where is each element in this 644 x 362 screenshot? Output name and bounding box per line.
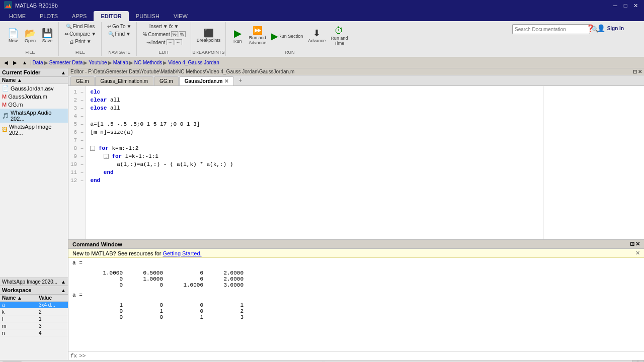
run-button[interactable]: ▶ Run — [229, 27, 246, 45]
workspace-table: Name ▲ Value a3x4 d...k2l1m3n4 — [0, 295, 68, 337]
command-window-body[interactable]: a =1.00000.500002.000001.000002.0000001.… — [68, 258, 644, 351]
cmd-close-icon[interactable]: ✕ — [635, 241, 640, 247]
whatsapp-panel-collapse[interactable]: ▲ — [61, 279, 66, 285]
indent-right-btn[interactable]: → — [167, 39, 174, 45]
new-button[interactable]: 📄 New — [5, 28, 21, 44]
up-icon[interactable]: ▲ — [20, 59, 29, 66]
ribbon-tab-plots[interactable]: PLOTS — [33, 11, 65, 21]
workspace-row[interactable]: n4 — [0, 330, 68, 337]
workspace-row[interactable]: a3x4 d... — [0, 302, 68, 309]
uncomment-pct-btn[interactable]: % — [179, 31, 186, 37]
code-line[interactable]: close all — [90, 104, 539, 112]
find-button[interactable]: 🔍 Find ▼ — [106, 31, 133, 37]
workspace-collapse-icon[interactable]: ▲ — [61, 288, 66, 293]
tab-gaussjordan-close[interactable]: ✕ — [224, 78, 228, 84]
open-button[interactable]: 📂 Open — [22, 28, 38, 44]
ws-value-col[interactable]: Value — [37, 295, 68, 302]
minimize-button[interactable]: ─ — [611, 2, 620, 10]
horizontal-scrollbar[interactable]: ◀ ▶ ⠿ — [0, 360, 644, 362]
help-icon[interactable]: ❓ — [586, 24, 595, 32]
code-line[interactable]: a=[1 .5 -.5 .5;0 1 5 17 ;0 0 1 3] — [90, 120, 539, 128]
file-audio-name: WhatsApp Audio 202... — [11, 110, 66, 122]
matrix-cell: 0 — [123, 302, 163, 308]
current-folder-collapse-icon[interactable]: ▲ — [61, 70, 66, 75]
scroll-left-icon[interactable]: ◀ — [632, 360, 638, 362]
code-line[interactable]: clc — [90, 88, 539, 96]
breadcrumb-semester-item[interactable]: Semester Data — [49, 60, 83, 65]
run-time-button[interactable]: ⏱ Run andTime — [329, 25, 350, 47]
workspace-row[interactable]: k2 — [0, 309, 68, 316]
window-title: MATLAB R2018b — [15, 3, 58, 9]
editor-undock-icon[interactable]: ⊡ — [633, 69, 637, 74]
tab-gg[interactable]: GG.m — [154, 76, 179, 85]
back-icon[interactable]: ◀ — [2, 59, 10, 66]
insert-button[interactable]: Insert ▼ fx ▼ — [147, 23, 181, 30]
close-button[interactable]: ✕ — [631, 2, 640, 10]
tab-gauss-elimination[interactable]: Gauss_Elimination.m — [95, 76, 153, 85]
command-input[interactable] — [88, 353, 642, 359]
tab-gaussjordan[interactable]: GaussJordan.m ✕ — [179, 76, 234, 85]
breadcrumb-video-item[interactable]: Video 4_Gauss Jordan — [168, 60, 219, 65]
code-line[interactable]: [m n]=size(a) — [90, 128, 539, 136]
ribbon-tab-apps[interactable]: APPS — [65, 11, 94, 21]
compare-button[interactable]: ⇔ Compare ▼ — [62, 31, 98, 37]
list-item[interactable]: 📄 GaussJordan.asv — [0, 84, 68, 93]
breadcrumb-data-item[interactable]: Data — [33, 60, 43, 65]
editor-close-icon[interactable]: ✕ — [638, 69, 642, 74]
cmd-expand-icon[interactable]: ⊡ — [630, 241, 634, 247]
code-line[interactable]: - for l=k-1:-1:1 — [90, 152, 539, 160]
code-line[interactable]: end — [90, 176, 539, 185]
code-content[interactable]: clcclear allclose alla=[1 .5 -.5 .5;0 1 … — [86, 86, 543, 239]
comment-button[interactable]: % Comment % % — [140, 31, 187, 38]
find-files-button[interactable]: 🔍 Find Files — [64, 23, 97, 30]
list-item[interactable]: 🎵 WhatsApp Audio 202... — [0, 109, 68, 123]
code-line[interactable] — [90, 112, 539, 120]
forward-icon[interactable]: ▶ — [11, 59, 19, 66]
indent-button[interactable]: ⇥ Indent → ← — [144, 39, 184, 46]
tab-add-button[interactable]: + — [234, 75, 246, 85]
save-button[interactable]: 💾 Save — [39, 28, 55, 44]
list-item[interactable]: 🖼 WhatsApp Image 202... — [0, 123, 68, 137]
workspace-row[interactable]: l1 — [0, 316, 68, 323]
print-button[interactable]: 🖨 Print ▼ — [67, 38, 93, 45]
ribbon-tab-editor[interactable]: EDITOR — [94, 11, 128, 21]
scroll-right-icon[interactable]: ▶ — [638, 360, 644, 362]
ribbon-tab-view[interactable]: VIEW — [167, 11, 195, 21]
ws-var-name: m — [0, 323, 37, 330]
ws-name-col[interactable]: Name ▲ — [0, 295, 37, 302]
code-line[interactable]: end — [90, 168, 539, 176]
getting-started-link[interactable]: Getting Started. — [163, 250, 202, 256]
run-section-button[interactable]: ▶ Run Section — [269, 31, 305, 42]
search-input[interactable] — [512, 24, 590, 34]
run-advance-button[interactable]: ⏩ Run andAdvance — [247, 26, 268, 46]
code-line[interactable]: - for k=m:-1:2 — [90, 144, 539, 152]
indent-icon: ⇥ — [146, 40, 150, 45]
breadcrumb-youtube-item[interactable]: Youtube — [89, 60, 107, 65]
tab-ge[interactable]: GE.m — [70, 76, 95, 85]
code-editor[interactable]: 1 –2 –3 –4 –5 –6 –7 –8 –9 –10 –11 –12 – … — [68, 86, 644, 239]
goto-button[interactable]: ↩ Go To ▼ — [105, 23, 133, 30]
ws-var-name: a — [0, 302, 37, 309]
cmd-notify-close[interactable]: ✕ — [635, 250, 640, 256]
cmd-output-line: 01.000002.0000 — [72, 276, 640, 282]
cmd-header-controls: ⊡ ✕ — [630, 241, 640, 247]
ribbon-tab-publish[interactable]: PUBLISH — [129, 11, 167, 21]
breadcrumb-nc-item[interactable]: NC Methods — [134, 60, 163, 65]
name-column-header[interactable]: GaussJordan.asv Name ▲ — [0, 77, 68, 84]
edit-section-label: EDIT — [159, 50, 170, 55]
maximize-button[interactable]: □ — [621, 2, 630, 10]
comment-pct-btn[interactable]: % — [171, 31, 178, 37]
breakpoints-button[interactable]: ⬛ Breakpoints — [195, 28, 223, 44]
advance-button[interactable]: ⬇ Advance — [306, 28, 328, 44]
signin-button[interactable]: Sign In — [607, 26, 624, 31]
workspace-row[interactable]: m3 — [0, 323, 68, 330]
list-item[interactable]: M GaussJordan.m — [0, 93, 68, 101]
list-item[interactable]: M GG.m — [0, 101, 68, 109]
ribbon-tab-home[interactable]: HOME — [2, 11, 33, 21]
community-icon[interactable]: 👤 — [597, 24, 605, 32]
indent-left-btn[interactable]: ← — [175, 39, 182, 45]
code-line[interactable] — [90, 136, 539, 144]
breadcrumb-matlab-item[interactable]: Matlab — [113, 60, 128, 65]
code-line[interactable]: a(l,:)=a(l,:) - ( a(l,k) * a(k,:) ) — [90, 160, 539, 168]
code-line[interactable]: clear all — [90, 96, 539, 104]
